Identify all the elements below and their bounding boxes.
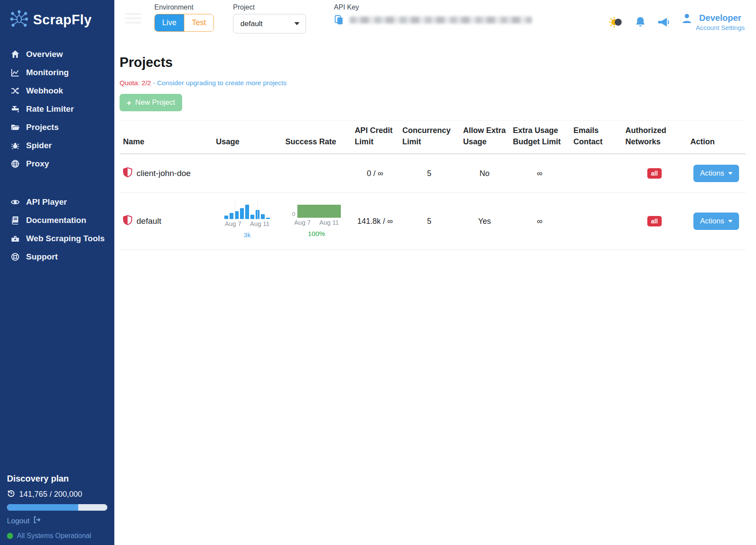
success-rate-sparkline[interactable]: 0 Aug 7 Aug 11 100% [285,205,348,238]
project-name: default [137,216,161,226]
logout-icon [33,516,41,526]
usage-sparkline[interactable]: Aug 7 Aug 11 3k [216,203,279,239]
col-header-authorized-networks: Authorized Networks [622,120,687,154]
chevron-down-icon [728,172,733,175]
allow-extra-usage-cell: Yes [460,193,509,250]
globe-icon [10,159,20,169]
account-menu[interactable]: Developer Account Settings [682,13,745,31]
bell-icon[interactable] [635,16,646,28]
environment-test-button[interactable]: Test [184,14,213,31]
col-header-usage: Usage [213,120,282,154]
concurrency-limit-cell: 5 [399,193,460,250]
plan-progress-bar [7,504,107,511]
concurrency-limit-cell: 5 [399,154,460,193]
sidebar-item-spider[interactable]: Spider [0,136,114,155]
usage-cell-empty [213,154,282,193]
success-tick-aug7: Aug 7 [294,219,311,226]
sidebar-item-label: Webhook [26,86,63,96]
col-header-allow-extra-usage: Allow Extra Usage [460,120,509,154]
topbar-right: Developer Account Settings [609,3,745,31]
table-row-default: default Aug 7 Aug 1 [120,193,746,250]
col-header-name: Name [120,120,213,154]
system-status[interactable]: All Systems Operational [7,532,107,540]
logout-button[interactable]: Logout [7,516,107,526]
sidebar-item-documentation[interactable]: Documentation [0,211,114,229]
environment-toggle: Live Test [154,14,214,32]
sidebar-item-api-player[interactable]: API Player [0,193,114,211]
spider-icon [10,141,20,150]
theme-toggle-icon[interactable] [609,16,623,28]
sidebar-nav-primary: Overview Monitoring Webhook Rate Limiter [0,45,114,173]
actions-button[interactable]: Actions [693,213,739,230]
api-key-block: API Key [334,3,532,25]
col-header-concurrency-limit: Concurrency Limit [399,120,460,154]
api-key-label: API Key [334,3,532,11]
sidebar-item-label: Monitoring [26,68,69,77]
main: Projects Quota: 2/2 - Consider upgrading… [114,43,756,250]
col-header-api-credit-limit: API Credit Limit [351,120,399,154]
megaphone-icon[interactable] [657,16,670,28]
sidebar-item-label: Spider [26,141,52,150]
sidebar-item-label: Documentation [26,216,86,225]
logo-text: ScrapFly [33,12,92,28]
new-project-label: New Project [135,98,175,107]
new-project-button[interactable]: + New Project [120,94,182,111]
sidebar-item-monitoring[interactable]: Monitoring [0,63,114,82]
plan-panel: Discovery plan 141,765 / 200,000 Logout … [0,474,114,545]
sidebar-item-rate-limiter[interactable]: Rate Limiter [0,100,114,118]
upgrade-link[interactable]: - Consider upgrading to create more proj… [153,79,287,86]
actions-button[interactable]: Actions [693,165,739,182]
chevron-down-icon [294,22,300,25]
api-key-redacted[interactable] [350,17,532,23]
copy-icon[interactable] [334,15,344,25]
sidebar-item-label: Projects [26,123,59,132]
history-icon [7,489,15,499]
authorized-networks-badge[interactable]: all [647,168,662,179]
plan-usage-text: 141,765 / 200,000 [19,490,82,499]
project-label: Project [233,3,306,11]
toolbox-icon [10,234,20,243]
topbar: Environment Live Test Project default AP… [114,0,756,43]
sidebar-item-overview[interactable]: Overview [0,45,114,63]
book-icon [10,216,20,225]
user-icon [682,13,692,23]
sidebar-item-web-scraping-tools[interactable]: Web Scraping Tools [0,229,114,248]
api-credit-limit-cell: 141.8k / ∞ [351,193,399,250]
usage-tick-aug7: Aug 7 [225,220,241,227]
allow-extra-usage-cell: No [460,154,509,193]
chart-icon [10,68,20,77]
api-credit-limit-cell: 0 / ∞ [351,154,399,193]
sidebar-item-label: Web Scraping Tools [26,234,105,243]
environment-live-button[interactable]: Live [155,14,184,31]
chevron-down-icon [728,220,733,223]
quota-text: Quota: 2/2 [120,79,151,86]
sidebar-item-proxy[interactable]: Proxy [0,155,114,173]
sidebar-item-label: Rate Limiter [26,104,74,114]
account-settings-link[interactable]: Account Settings [696,24,745,31]
sidebar-item-projects[interactable]: Projects [0,118,114,136]
shield-icon [123,167,132,179]
col-header-extra-usage-budget-limit: Extra Usage Budget Limit [510,120,570,154]
success-area-chart [297,205,341,218]
success-tick-aug11: Aug 11 [320,219,339,226]
emails-contact-cell [570,193,622,250]
col-header-action: Action [687,120,746,154]
sidebar-item-label: API Player [26,197,67,207]
project-selected-value: default [240,20,263,28]
status-text: All Systems Operational [17,532,91,540]
sidebar-item-webhook[interactable]: Webhook [0,82,114,100]
menu-icon[interactable] [125,13,141,23]
col-header-emails-contact: Emails Contact [570,120,622,154]
projects-table: Name Usage Success Rate API Credit Limit… [120,120,746,250]
project-select[interactable]: default [233,14,306,33]
table-header-row: Name Usage Success Rate API Credit Limit… [120,120,746,154]
success-rate-value-label: 100% [308,230,325,238]
authorized-networks-badge[interactable]: all [647,216,662,226]
logo[interactable]: ScrapFly [0,0,114,45]
sidebar-item-label: Support [26,252,58,262]
usage-bar-chart [224,203,270,219]
eye-icon [10,197,20,207]
usage-tick-aug11: Aug 11 [250,220,270,227]
plan-progress-fill [7,504,78,511]
sidebar-item-support[interactable]: Support [0,248,114,266]
